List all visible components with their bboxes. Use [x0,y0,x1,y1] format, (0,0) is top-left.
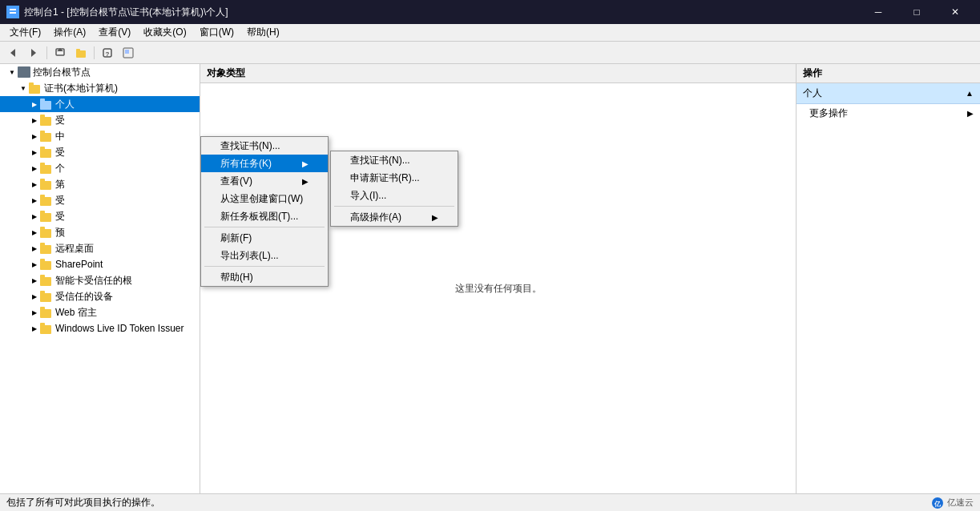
folder-icon-7 [40,211,53,222]
more-actions-arrow: ▶ [967,109,974,118]
tree-node-wlid[interactable]: ▶ Windows Live ID Token Issuer [0,320,200,336]
right-panel-section[interactable]: 个人 ▲ [797,83,980,104]
menu-view[interactable]: 查看(V) [92,24,137,41]
expand-2[interactable]: ▶ [29,131,40,142]
menu-file[interactable]: 文件(F) [3,24,47,41]
expand-4[interactable]: ▶ [29,163,40,174]
label-remote: 远程桌面 [55,242,94,256]
sub-advanced-ops[interactable]: 高级操作(A) ▶ [331,208,458,226]
tree-cert-expand[interactable]: ▼ [18,82,29,94]
toolbar-export-button[interactable] [119,44,138,62]
ctx-refresh[interactable]: 刷新(F) [201,229,328,247]
tree-node-webhost[interactable]: ▶ Web 宿主 [0,304,200,320]
svg-marker-3 [10,49,15,57]
toolbar-forward-button[interactable] [24,44,43,62]
tree-node-8[interactable]: ▶ 预 [0,224,200,240]
tree-node-3[interactable]: ▶ 受 [0,144,200,160]
cert-folder-icon [29,82,42,94]
expand-7[interactable]: ▶ [29,211,40,222]
sub-request-cert[interactable]: 申请新证书(R)... [331,169,458,187]
tree-node-4[interactable]: ▶ 个 [0,160,200,176]
menu-window[interactable]: 窗口(W) [193,24,240,41]
folder-icon-3 [40,147,53,158]
folder-icon-sharepoint [40,259,53,270]
ctx-create-window[interactable]: 从这里创建窗口(W) [201,190,328,207]
expand-6[interactable]: ▶ [29,195,40,206]
expand-webhost[interactable]: ▶ [29,307,40,318]
tree-node-1[interactable]: ▶ 受 [0,112,200,128]
sub-import[interactable]: 导入(I)... [331,187,458,204]
expand-5[interactable]: ▶ [29,179,40,190]
label-7: 受 [55,210,65,223]
sub-find-cert[interactable]: 查找证书(N)... [331,151,458,169]
tree-cert-node[interactable]: ▼ 证书(本地计算机) [0,80,200,96]
expand-3[interactable]: ▶ [29,147,40,158]
ctx-new-taskpad[interactable]: 新任务板视图(T)... [201,207,328,225]
tree-node-trusted-device[interactable]: ▶ 受信任的设备 [0,288,200,304]
expand-8[interactable]: ▶ [29,227,40,238]
right-panel-section-arrow: ▲ [966,89,974,98]
folder-icon-8 [40,227,53,238]
ctx-sep2 [204,266,325,267]
toolbar-help-button[interactable]: ? [98,44,117,62]
menu-help[interactable]: 帮助(H) [240,24,286,41]
ctx-view[interactable]: 查看(V) ▶ [201,172,328,190]
toolbar-back-button[interactable] [3,44,22,62]
expand-remote[interactable]: ▶ [29,243,40,254]
tree-node-2[interactable]: ▶ 中 [0,128,200,144]
expand-sharepoint[interactable]: ▶ [29,259,40,270]
close-button[interactable]: ✕ [937,0,974,24]
right-panel-header: 操作 [797,64,980,83]
right-panel-section-label: 个人 [803,87,822,100]
toolbar: ? [0,42,980,64]
label-3: 受 [55,146,65,159]
console-icon [18,66,30,78]
label-1: 受 [55,114,65,127]
tree-node-smartcard[interactable]: ▶ 智能卡受信任的根 [0,272,200,288]
ctx-help[interactable]: 帮助(H) [201,268,328,286]
tree-personal-expand[interactable]: ▶ [29,99,40,110]
menu-action[interactable]: 操作(A) [47,24,92,41]
tree-node-6[interactable]: ▶ 受 [0,192,200,208]
menu-bar: 文件(F) 操作(A) 查看(V) 收藏夹(O) 窗口(W) 帮助(H) [0,24,980,42]
expand-1[interactable]: ▶ [29,115,40,126]
expand-smartcard[interactable]: ▶ [29,275,40,286]
tree-personal-node[interactable]: ▶ 个人 [0,96,200,112]
tree-cert-label: 证书(本地计算机) [44,82,118,95]
label-wlid: Windows Live ID Token Issuer [55,323,184,334]
label-5: 第 [55,178,65,191]
app-icon [6,6,19,18]
expand-trusted-device[interactable]: ▶ [29,291,40,302]
label-4: 个 [55,162,65,175]
label-8: 预 [55,226,65,239]
toolbar-up-button[interactable] [50,44,70,62]
toolbar-folder-button[interactable] [71,44,91,62]
tree-root[interactable]: ▼ 控制台根节点 [0,64,200,80]
tree-node-5[interactable]: ▶ 第 [0,176,200,192]
logo-icon: 亿 [931,497,944,509]
right-panel-more-actions[interactable]: 更多操作 ▶ [797,104,980,122]
tree-node-remote[interactable]: ▶ 远程桌面 [0,240,200,256]
minimize-button[interactable]: ─ [860,0,897,24]
title-bar-left: 控制台1 - [控制台根节点\证书(本地计算机)\个人] [6,6,228,19]
tree-personal-label: 个人 [55,98,75,111]
label-webhost: Web 宿主 [55,306,97,320]
svg-text:亿: 亿 [934,501,942,508]
expand-wlid[interactable]: ▶ [29,323,40,334]
svg-rect-12 [125,50,129,54]
tree-node-7[interactable]: ▶ 受 [0,208,200,224]
ctx-export-list[interactable]: 导出列表(L)... [201,247,328,264]
center-panel: 对象类型 这里没有任何项目。 查找证书(N)... 所有任务(K) ▶ 查看(V… [200,64,796,493]
ctx-all-tasks[interactable]: 所有任务(K) ▶ [201,155,328,172]
label-sharepoint: SharePoint [55,259,103,270]
tree-root-expand[interactable]: ▼ [6,66,18,78]
tree-node-sharepoint[interactable]: ▶ SharePoint [0,256,200,272]
status-logo: 亿 亿速云 [931,497,974,509]
logo-text: 亿速云 [947,497,974,509]
restore-button[interactable]: □ [898,0,935,24]
ctx-find-cert1[interactable]: 查找证书(N)... [201,137,328,155]
tree-panel: ▼ 控制台根节点 ▼ 证书(本地计算机) ▶ 个人 ▶ 受 [0,64,200,493]
label-2: 中 [55,130,65,143]
menu-favorites[interactable]: 收藏夹(O) [137,24,192,41]
folder-icon-1 [40,115,53,126]
